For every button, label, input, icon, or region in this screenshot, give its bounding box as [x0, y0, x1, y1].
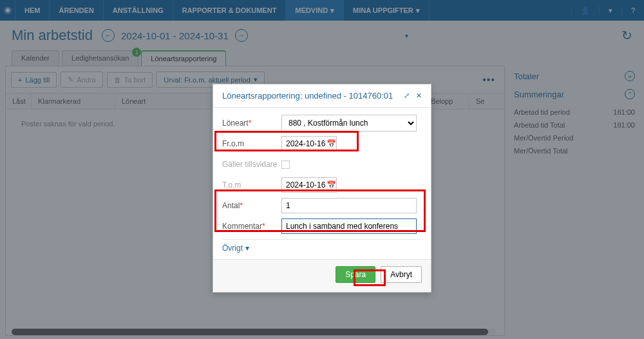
expand-icon[interactable]: ⤢	[404, 92, 410, 100]
calendar-icon[interactable]: 📅	[327, 139, 336, 148]
label-antal: Antal	[222, 201, 240, 210]
label-kommentar: Kommentar	[222, 222, 262, 231]
label-loneart: Löneart	[222, 119, 249, 128]
ovrigt-toggle[interactable]: Övrigt▾	[222, 239, 422, 257]
chevron-down-icon: ▾	[245, 244, 249, 253]
close-icon[interactable]: ✕	[416, 92, 422, 100]
label-tom: T.o.m	[222, 180, 241, 189]
save-button[interactable]: Spara	[336, 266, 375, 283]
modal-loneart: Löneartsrapportering: undefined - 101476…	[213, 84, 431, 293]
loneart-select[interactable]: 880 , Kostförmån lunch	[281, 115, 417, 131]
antal-input[interactable]	[281, 198, 417, 213]
tillsvidare-checkbox[interactable]	[281, 160, 290, 169]
label-from: Fr.o.m	[222, 139, 244, 148]
modal-title: Löneartsrapportering: undefined - 101476…	[222, 91, 393, 101]
cancel-button[interactable]: Avbryt	[381, 266, 422, 283]
calendar-icon[interactable]: 📅	[327, 180, 336, 189]
kommentar-input[interactable]	[281, 218, 417, 234]
label-tillsvidare: Gäller tillsvidare	[222, 160, 277, 169]
